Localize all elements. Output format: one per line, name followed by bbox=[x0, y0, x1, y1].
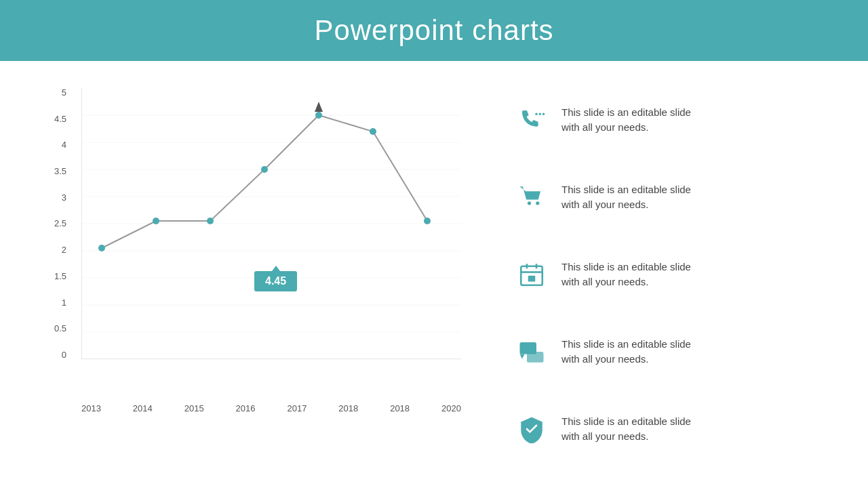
y-label: 0 bbox=[62, 350, 66, 359]
y-label: 3 bbox=[62, 193, 66, 202]
feature-text-5: This slide is an editable slide with all… bbox=[561, 414, 711, 445]
chat-icon bbox=[515, 336, 548, 368]
right-panel: This slide is an editable slide with all… bbox=[488, 75, 841, 474]
phone-icon bbox=[515, 104, 548, 136]
line-chart bbox=[81, 88, 461, 359]
x-label: 2016 bbox=[236, 403, 256, 413]
cart-icon bbox=[515, 181, 548, 214]
x-label: 2018 bbox=[338, 403, 358, 413]
feature-text-2: This slide is an editable slide with all… bbox=[561, 182, 711, 213]
y-label: 1 bbox=[62, 298, 66, 307]
y-label: 0.5 bbox=[54, 324, 66, 333]
calendar-icon bbox=[515, 258, 548, 291]
y-axis: 5 4.5 4 3.5 3 2.5 2 1.5 1 0.5 0 bbox=[54, 88, 72, 359]
y-label: 2.5 bbox=[54, 219, 66, 228]
y-label: 3.5 bbox=[54, 167, 66, 176]
x-label: 2018 bbox=[390, 403, 410, 413]
svg-point-18 bbox=[424, 218, 431, 224]
svg-point-11 bbox=[98, 245, 105, 251]
header: Powerpoint charts bbox=[0, 0, 868, 61]
svg-rect-32 bbox=[527, 352, 544, 363]
x-label: 2014 bbox=[133, 403, 153, 413]
feature-text-1: This slide is an editable slide with all… bbox=[561, 105, 711, 136]
svg-point-19 bbox=[535, 113, 538, 116]
feature-item-5: This slide is an editable slide with all… bbox=[515, 413, 841, 445]
svg-point-23 bbox=[536, 201, 539, 205]
chart-area: 5 4.5 4 3.5 3 2.5 2 1.5 1 0.5 0 bbox=[14, 75, 488, 474]
chart-tooltip: 4.45 bbox=[254, 271, 297, 291]
svg-point-15 bbox=[315, 112, 322, 119]
svg-point-21 bbox=[542, 113, 545, 116]
feature-text-3: This slide is an editable slide with all… bbox=[561, 260, 711, 290]
svg-point-17 bbox=[370, 128, 376, 135]
feature-text-4: This slide is an editable slide with all… bbox=[561, 337, 711, 367]
svg-point-12 bbox=[153, 218, 159, 224]
x-axis: 2013 2014 2015 2016 2017 2018 2018 2020 bbox=[81, 403, 461, 413]
feature-item-1: This slide is an editable slide with all… bbox=[515, 104, 841, 136]
y-label: 2 bbox=[62, 245, 66, 254]
x-label: 2017 bbox=[287, 403, 307, 413]
x-label: 2015 bbox=[184, 403, 204, 413]
y-label: 1.5 bbox=[54, 272, 66, 281]
svg-point-22 bbox=[528, 201, 531, 205]
svg-marker-16 bbox=[315, 102, 323, 112]
chart-container: 5 4.5 4 3.5 3 2.5 2 1.5 1 0.5 0 bbox=[54, 88, 475, 413]
feature-item-4: This slide is an editable slide with all… bbox=[515, 336, 841, 368]
x-label: 2013 bbox=[81, 403, 101, 413]
y-label: 4.5 bbox=[54, 115, 66, 123]
x-label: 2020 bbox=[441, 403, 461, 413]
y-label: 5 bbox=[62, 88, 66, 97]
svg-point-13 bbox=[207, 218, 214, 224]
svg-rect-30 bbox=[528, 276, 536, 282]
feature-item-2: This slide is an editable slide with all… bbox=[515, 181, 841, 214]
main-content: 5 4.5 4 3.5 3 2.5 2 1.5 1 0.5 0 bbox=[0, 61, 868, 488]
feature-item-3: This slide is an editable slide with all… bbox=[515, 258, 841, 291]
y-label: 4 bbox=[62, 140, 66, 149]
svg-point-20 bbox=[539, 113, 542, 116]
page-title: Powerpoint charts bbox=[314, 14, 553, 47]
shield-icon bbox=[515, 413, 548, 445]
svg-point-14 bbox=[261, 166, 268, 173]
